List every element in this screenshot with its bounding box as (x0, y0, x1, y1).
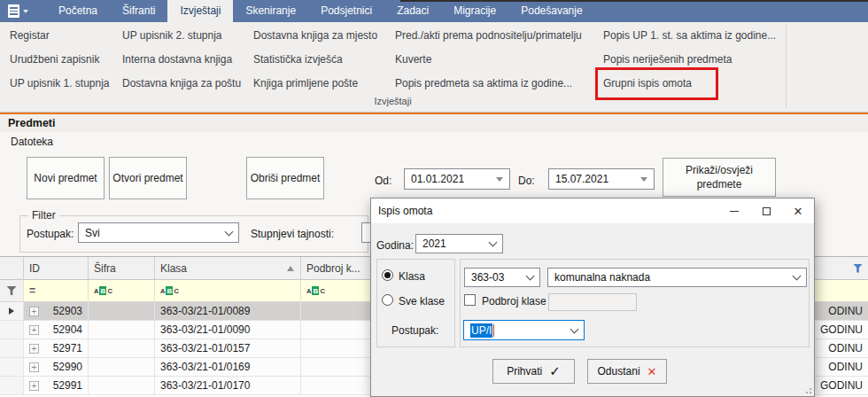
maximize-button[interactable] (750, 198, 782, 223)
filter-funnel-icon (7, 286, 17, 295)
menu-item-urud-beni-zapisnik[interactable]: Urudžbeni zapisnik (7, 48, 112, 72)
cancel-button-label: Odustani (598, 365, 640, 378)
chevron-down-icon (23, 10, 28, 13)
ispis-omota-dialog: Ispis omota ✕ Godina: 2021 Klasa Sve kla… (370, 198, 815, 397)
cancel-button[interactable]: Odustani ✕ (587, 359, 667, 384)
filter-row-indicator (0, 280, 24, 302)
delete-case-button[interactable]: Obriši predmet (246, 157, 324, 199)
id-value: 52990 (53, 361, 82, 373)
filter-cell-sifra[interactable]: ABC (89, 280, 155, 302)
godina-value: 2021 (422, 237, 446, 250)
cell-klasa: 363-03/21-01/0089 (155, 302, 301, 321)
podbroj-checkbox[interactable] (464, 294, 476, 306)
tab-ifranti[interactable]: Šifranti (110, 0, 167, 22)
accept-button[interactable]: Prihvati ✓ (492, 359, 575, 384)
to-date-picker[interactable]: 15.07.2021 (548, 168, 655, 190)
menu-item-dostavna-knjiga-za-po-tu[interactable]: Dostavna knjiga za poštu (120, 72, 244, 96)
filter-funnel-icon[interactable] (853, 264, 863, 273)
radio-sve-klase[interactable] (382, 294, 393, 306)
dialog-title-bar[interactable]: Ispis omota ✕ (371, 198, 814, 223)
x-icon: ✕ (647, 365, 657, 378)
from-date-picker[interactable]: 01.01.2021 (404, 168, 510, 190)
ribbon-menu-column: UP upisnik 2. stupnjaInterna dostavna kn… (120, 24, 244, 96)
to-date-value: 15.07.2021 (555, 173, 608, 185)
klasa-code-select[interactable]: 363-03 (464, 268, 540, 287)
menu-item-registar[interactable]: Registar (7, 24, 112, 48)
menu-item-up-upisnik-2-stupnja[interactable]: UP upisnik 2. stupnja (120, 24, 244, 48)
ribbon-content: RegistarUrudžbeni zapisnikUP upisnik 1. … (0, 22, 868, 113)
expand-row-icon[interactable]: + (29, 307, 39, 316)
page-title: Predmeti (0, 114, 868, 132)
cell-klasa: 363-03/21-01/0157 (155, 339, 301, 358)
tab-skeniranje[interactable]: Skeniranje (233, 0, 308, 22)
expand-row-icon[interactable]: + (29, 325, 39, 335)
expand-row-icon[interactable]: + (29, 344, 39, 354)
tab-po-etna[interactable]: Početna (46, 0, 110, 22)
postupak-select[interactable]: Svi (78, 222, 239, 243)
dropdown-arrow-icon (640, 177, 647, 182)
expand-row-icon[interactable]: + (29, 362, 39, 372)
tab-migracije[interactable]: Migracije (441, 0, 508, 22)
cell-id: +52971 (24, 339, 89, 358)
menu-item-statisti-ka-izvje-a[interactable]: Statistička izvješća (251, 48, 380, 72)
menu-item-interna-dostavna-knjiga[interactable]: Interna dostavna knjiga (120, 48, 244, 72)
close-button[interactable]: ✕ (782, 198, 814, 223)
cell-sifra (89, 358, 155, 377)
godina-select[interactable]: 2021 (415, 234, 503, 253)
menu-item-kuverte[interactable]: Kuverte (392, 48, 585, 72)
tajnost-label: Stupnjevi tajnosti: (251, 228, 334, 240)
menu-item-up-upisnik-1-stupnja[interactable]: UP upisnik 1. stupnja (7, 72, 112, 96)
row-indicator-cell (0, 321, 24, 339)
column-header-id[interactable]: ID (24, 257, 89, 280)
filter-cell-id[interactable]: = (24, 280, 89, 302)
dialog-title: Ispis omota (378, 205, 432, 217)
menu-item-popis-predmeta-sa-aktima-iz-godine[interactable]: Popis predmeta sa aktima iz godine... (392, 72, 585, 96)
application-window: PočetnaŠifrantiIzvještajiSkeniranjePodsj… (0, 0, 868, 397)
row-indicator-cell (0, 302, 24, 321)
expand-row-icon[interactable]: + (29, 381, 39, 391)
column-header-klasa-label: Klasa (160, 262, 187, 275)
menu-item-pred-akti-prema-podnositelju-primatelju[interactable]: Pred./akti prema podnositelju/primatelju (392, 24, 585, 48)
cell-sifra (89, 302, 155, 321)
refresh-cases-button[interactable]: Prikaži/osvježi predmete (663, 158, 776, 197)
tab-podsjetnici[interactable]: Podsjetnici (308, 0, 384, 22)
godina-label: Godina: (376, 239, 414, 252)
klasa-name-select[interactable]: komunalna naknada (547, 268, 807, 287)
dialog-postupak-value: UP/I (470, 323, 492, 338)
row-indicator-cell (0, 377, 24, 395)
tab-izvje-taji[interactable]: Izvještaji (167, 0, 233, 22)
chevron-down-icon (225, 227, 234, 236)
chevron-down-icon (793, 272, 802, 281)
open-case-button[interactable]: Otvori predmet (109, 157, 187, 199)
dropdown-arrow-icon (496, 177, 503, 182)
filter-cell-klasa[interactable]: ABC (155, 280, 301, 302)
to-label: Do: (518, 175, 535, 187)
minimize-icon (730, 211, 739, 212)
menu-item-grupni-ispis-omota[interactable]: Grupni ispis omota (601, 72, 779, 96)
column-header-klasa[interactable]: Klasa (155, 257, 301, 280)
close-icon: ✕ (794, 206, 803, 217)
abc-filter-icon: ABC (94, 286, 112, 295)
app-menu-icon[interactable] (8, 3, 36, 19)
new-case-button[interactable]: Novi predmet (27, 157, 105, 199)
menu-item-knjiga-primljene-po-te[interactable]: Knjiga primljene pošte (251, 72, 380, 96)
ribbon-menu-column: Dostavna knjiga za mjestoStatistička izv… (251, 24, 380, 96)
cell-sifra (89, 339, 155, 358)
menu-datoteka[interactable]: Datoteka (7, 134, 57, 150)
column-header-sifra[interactable]: Šifra (89, 257, 155, 280)
tab-zadaci[interactable]: Zadaci (384, 0, 441, 22)
menu-item-popis-nerije-enih-predmeta[interactable]: Popis neriješenih predmeta (601, 48, 779, 72)
klasa-name-value: komunalna naknada (554, 271, 650, 284)
minimize-button[interactable] (718, 198, 750, 223)
radio-klasa[interactable] (382, 269, 393, 281)
menu-item-popis-up-1-st-sa-aktima-iz-godine[interactable]: Popis UP 1. st. sa aktima iz godine... (601, 24, 779, 48)
dialog-postupak-select[interactable]: UP/I (463, 320, 585, 340)
resize-grip[interactable] (803, 385, 811, 393)
abc-filter-icon: ABC (160, 286, 179, 295)
podbroj-input (548, 293, 637, 311)
cell-klasa: 363-03/21-01/0169 (155, 358, 301, 377)
menu-item-dostavna-knjiga-za-mjesto[interactable]: Dostavna knjiga za mjesto (251, 24, 380, 48)
ribbon-menu-column: RegistarUrudžbeni zapisnikUP upisnik 1. … (7, 24, 112, 96)
tab-pode-avanje[interactable]: Podešavanje (508, 0, 594, 22)
cell-sifra (89, 377, 155, 395)
